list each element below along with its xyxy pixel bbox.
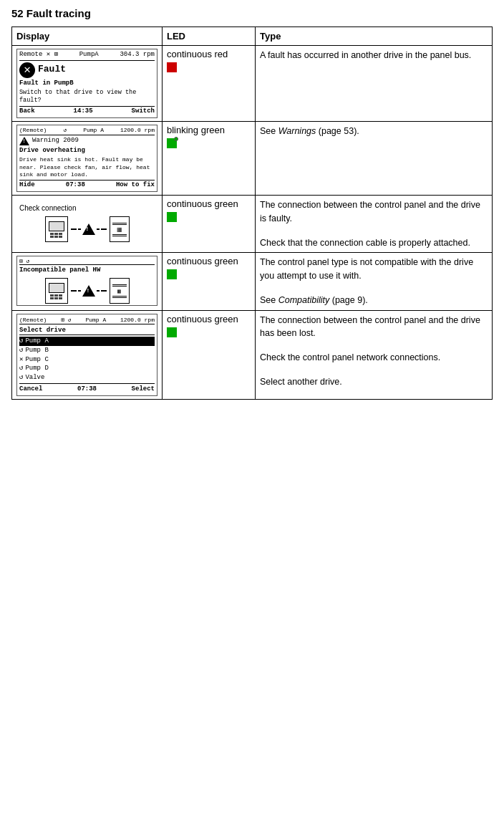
table-row: ⊞ ↺ Incompatible panel HW	[12, 253, 493, 310]
main-table: Display LED Type Remote ✕ ⊞ PumpA 304.3 …	[11, 27, 493, 400]
drive-vent-icon	[112, 223, 127, 225]
select-item-pump-c[interactable]: ✕ Pump C	[19, 355, 155, 365]
check-conn-type-cell: The connection between the control panel…	[256, 196, 493, 253]
select-header-mid: Pump A	[85, 316, 106, 324]
incompatible-screen: ⊞ ↺ Incompatible panel HW	[16, 256, 158, 306]
select-drive-screen: (Remote) ⊞ ↺ Pump A 1200.0 rpm Select dr…	[16, 314, 158, 396]
check-conn-label: Check connection	[19, 204, 77, 212]
check-conn-led-cell: continuous green	[163, 196, 256, 253]
incompat-drive-device: ▦	[110, 278, 130, 304]
warning-screen-footer: Hide 07:38 How to fix	[19, 180, 155, 190]
valve-label: Valve	[25, 373, 44, 382]
fault-sub: Fault in PumpB	[19, 80, 155, 88]
check-connection-area: Check connection	[16, 198, 158, 248]
page-title: 52 Fault tracing	[11, 7, 493, 19]
fault-screen: Remote ✕ ⊞ PumpA 304.3 rpm ✕ Fault Fault…	[16, 49, 158, 118]
fault-header-mid: PumpA	[79, 51, 99, 59]
select-screen-footer: Cancel 07:38 Select	[19, 383, 155, 394]
incompatible-type-line2: See Compatibility (page 9).	[260, 294, 488, 307]
select-title: Select drive	[19, 326, 155, 336]
warning-type-cell: See Warnings (page 53).	[256, 122, 493, 196]
col-header-led: LED	[163, 27, 256, 46]
fault-screen-footer: Back 14:35 Switch	[19, 106, 155, 116]
incompatible-led-cell: continuous green	[163, 253, 256, 310]
incompatible-type-cell: The control panel type is not compatible…	[256, 253, 493, 310]
warning-led-label: blinking green	[167, 125, 251, 135]
select-item-pump-d[interactable]: ↺ Pump D	[19, 364, 155, 373]
check-conn-type-line1: The connection between the control panel…	[260, 198, 488, 226]
table-row: Remote ✕ ⊞ PumpA 304.3 rpm ✕ Fault Fault…	[12, 46, 493, 122]
fault-led-cell: continuous red	[163, 46, 256, 122]
warning-display-cell: (Remote) ↺ Pump A 1200.0 rpm Warning 200…	[12, 122, 163, 196]
select-item-valve[interactable]: ↺ Valve	[19, 373, 155, 382]
warn-footer-hide[interactable]: Hide	[19, 181, 35, 190]
incompat-drive-body: ▦	[117, 288, 121, 294]
incompat-dash-4	[101, 290, 107, 292]
select-footer-time: 07:38	[77, 385, 97, 394]
fault-led-indicator	[167, 62, 177, 72]
drive-device: ▦	[110, 216, 130, 242]
fault-header-right: 304.3 rpm	[120, 51, 155, 59]
device-screen-icon	[49, 221, 64, 231]
warn-header-left: (Remote)	[19, 127, 47, 134]
select-drive-type-cell: The connection between the control panel…	[256, 310, 493, 399]
table-row: Check connection	[12, 196, 493, 253]
fault-x-icon: ✕	[19, 62, 35, 78]
compat-link: Compatibility	[278, 295, 330, 305]
incompat-header: ⊞ ↺	[19, 258, 155, 265]
incompat-connection-line	[71, 285, 107, 297]
select-drive-led-cell: continuous green	[163, 310, 256, 399]
warning-type-suffix: .	[357, 126, 359, 136]
check-conn-led-label: continuous green	[167, 198, 251, 209]
fault-footer-back[interactable]: Back	[19, 107, 35, 116]
select-type-line1: The connection between the control panel…	[260, 314, 488, 341]
warning-screen: (Remote) ↺ Pump A 1200.0 rpm Warning 200…	[16, 125, 158, 192]
incompat-dash-1	[71, 290, 77, 292]
pump-d-label: Pump D	[25, 364, 48, 373]
connection-line	[71, 223, 107, 235]
warn-header-right: 1200.0 rpm	[120, 127, 155, 134]
select-footer-select[interactable]: Select	[132, 385, 155, 394]
incompatible-diagram: ▦	[19, 278, 155, 304]
incompat-device-keypad	[50, 294, 62, 299]
select-type-line3: Select another drive.	[260, 375, 488, 389]
select-type-line2: Check the control panel network connecti…	[260, 351, 488, 365]
pump-b-label: Pump B	[25, 346, 48, 355]
check-conn-display-cell: Check connection	[12, 196, 163, 253]
fault-led-label: continuous red	[167, 49, 251, 59]
incompatible-led-indicator	[167, 269, 177, 279]
check-conn-led-indicator	[167, 212, 177, 222]
incompat-dash-3	[97, 290, 100, 292]
warning-led-indicator	[167, 138, 177, 148]
select-item-pump-a[interactable]: ↺ Pump A	[19, 337, 155, 346]
warning-led-cell: blinking green	[163, 122, 256, 196]
dash-seg-1	[71, 228, 77, 230]
control-panel-device	[45, 216, 68, 242]
select-item-pump-b[interactable]: ↺ Pump B	[19, 346, 155, 355]
pump-c-icon: ✕	[19, 355, 23, 365]
incompat-title: Incompatible panel HW	[19, 266, 155, 274]
incompat-drive-vent	[112, 284, 127, 287]
select-header-icons: ⊞ ↺	[61, 316, 71, 324]
fault-type-cell: A fault has occurred in another drive in…	[256, 46, 493, 122]
device-keypad-icon	[50, 233, 62, 238]
col-header-type: Type	[256, 27, 493, 46]
warning-screen-header: (Remote) ↺ Pump A 1200.0 rpm	[19, 127, 155, 135]
warn-footer-howto[interactable]: How to fix	[116, 181, 155, 190]
incompat-drive-vent2	[112, 296, 127, 298]
fault-footer-time: 14:35	[74, 107, 93, 116]
select-screen-header: (Remote) ⊞ ↺ Pump A 1200.0 rpm	[19, 316, 155, 324]
pump-c-label: Pump C	[25, 355, 48, 365]
valve-icon: ↺	[19, 373, 23, 382]
fault-display-cell: Remote ✕ ⊞ PumpA 304.3 rpm ✕ Fault Fault…	[12, 46, 163, 122]
warn-header-arrow: ↺	[63, 127, 67, 134]
drive-vent-2-icon	[112, 234, 127, 236]
warn-triangle-icon	[19, 137, 29, 145]
pump-b-icon: ↺	[19, 346, 23, 355]
select-drive-led-indicator	[167, 327, 177, 337]
dash-seg-4	[101, 228, 107, 230]
select-footer-cancel[interactable]: Cancel	[19, 385, 42, 394]
incompat-panel-device	[45, 278, 68, 304]
fault-footer-switch[interactable]: Switch	[132, 107, 155, 116]
warning-type-page: (page 53)	[316, 126, 357, 136]
